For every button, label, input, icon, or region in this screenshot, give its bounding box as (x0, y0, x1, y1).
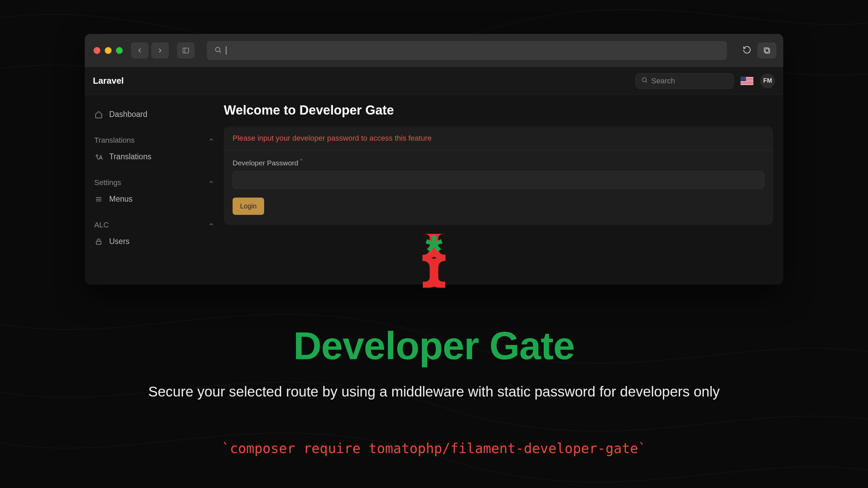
traffic-lights (94, 47, 123, 54)
brand-label: Laravel (93, 76, 124, 86)
warning-message: Please input your developer password to … (224, 126, 773, 150)
svg-line-3 (219, 51, 221, 53)
sidebar-section-label: Settings (94, 178, 121, 187)
sidebar-section-label: Translations (94, 136, 135, 145)
menu-icon (94, 195, 103, 204)
sidebar-item-menus[interactable]: Menus (91, 190, 218, 208)
sidebar-item-dashboard[interactable]: Dashboard (91, 105, 218, 124)
svg-rect-0 (183, 48, 189, 53)
svg-line-7 (646, 81, 647, 82)
sidebar-item-label: Users (109, 237, 130, 246)
svg-point-6 (642, 78, 646, 82)
svg-rect-4 (765, 49, 770, 53)
svg-rect-11 (96, 241, 101, 244)
chevron-up-icon (208, 178, 214, 187)
sidebar-section-label: ALC (94, 221, 109, 229)
search-placeholder: Search (651, 77, 675, 85)
svg-text:*: * (426, 234, 443, 276)
developer-password-input[interactable] (233, 171, 764, 189)
chevron-up-icon (208, 221, 214, 229)
translate-icon (94, 152, 103, 161)
address-bar[interactable] (207, 41, 727, 60)
brand-logo-icon: { { * (148, 234, 720, 310)
developer-gate-card: Please input your developer password to … (224, 126, 773, 225)
search-icon (214, 46, 222, 55)
password-label: Developer Password * (233, 158, 764, 167)
avatar-initials: FM (763, 77, 772, 84)
sidebar-item-label: Translations (109, 152, 151, 161)
close-window-button[interactable] (94, 47, 100, 54)
sidebar-item-label: Dashboard (109, 110, 147, 119)
app-header: Laravel Search FM (85, 67, 783, 95)
reload-button[interactable] (743, 45, 751, 56)
cursor-icon (226, 46, 226, 55)
nav-back-button[interactable] (131, 42, 149, 59)
sidebar-item-label: Menus (109, 195, 133, 204)
promo-command: `composer require tomatophp/filament-dev… (148, 441, 720, 456)
sidebar-item-translations[interactable]: Translations (91, 147, 218, 166)
promo-title: Developer Gate (148, 323, 720, 368)
svg-point-2 (216, 47, 220, 52)
browser-titlebar (85, 34, 783, 67)
page-title: Welcome to Developer Gate (224, 103, 773, 118)
home-icon (94, 110, 103, 119)
maximize-window-button[interactable] (116, 47, 123, 54)
promo-section: { { * Developer Gate Secure your selecte… (148, 234, 720, 456)
chevron-up-icon (208, 136, 214, 145)
login-button[interactable]: Login (233, 198, 264, 215)
locale-flag-us[interactable] (741, 77, 753, 85)
sidebar-section-alc[interactable]: ALC (91, 218, 218, 232)
nav-forward-button[interactable] (151, 42, 169, 59)
tabs-button[interactable] (757, 42, 776, 59)
minimize-window-button[interactable] (105, 47, 112, 54)
svg-rect-5 (764, 48, 769, 52)
lock-icon (94, 237, 103, 246)
sidebar-toggle-button[interactable] (177, 42, 195, 59)
search-icon (641, 77, 648, 85)
avatar[interactable]: FM (760, 74, 775, 88)
sidebar-section-settings[interactable]: Settings (91, 176, 218, 190)
promo-subtitle: Secure your selected route by using a mi… (148, 384, 720, 400)
search-input[interactable]: Search (635, 73, 734, 89)
sidebar-section-translations[interactable]: Translations (91, 133, 218, 147)
